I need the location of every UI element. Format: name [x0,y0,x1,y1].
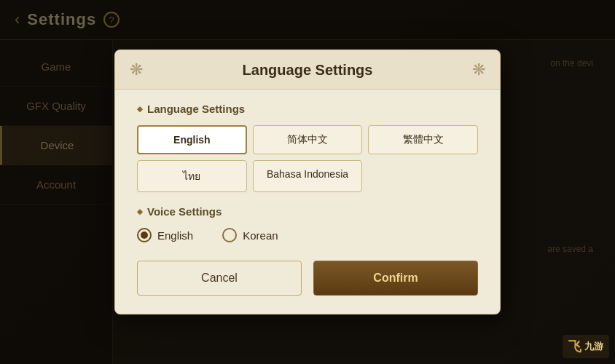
modal-body: Language Settings English 简体中文 繁體中文 ไทย … [115,90,500,250]
language-section-title: Language Settings [137,103,478,115]
language-grid-row1: English 简体中文 繁體中文 [137,125,478,154]
lang-btn-bahasa[interactable]: Bahasa Indonesia [253,160,363,192]
lang-btn-simplified-chinese[interactable]: 简体中文 [253,125,363,154]
voice-section-title: Voice Settings [137,205,478,218]
watermark-logo-icon: 飞 [568,338,581,355]
modal-footer: Cancel Confirm [115,250,500,296]
confirm-button[interactable]: Confirm [313,261,478,296]
radio-english-circle [137,228,152,242]
lang-btn-traditional-chinese[interactable]: 繁體中文 [368,125,478,154]
modal-title: Language Settings [243,62,373,78]
watermark-text: 九游 [584,340,603,353]
voice-english-label: English [157,229,193,242]
lang-btn-thai[interactable]: ไทย [137,160,247,192]
lang-btn-empty [368,160,478,192]
modal-header: ❋ Language Settings ❋ [115,50,500,90]
voice-option-english[interactable]: English [137,228,193,242]
ornament-left-icon: ❋ [130,60,143,79]
cancel-button[interactable]: Cancel [137,261,302,296]
radio-korean-circle [222,228,237,242]
language-grid-row2: ไทย Bahasa Indonesia [137,160,478,192]
ornament-right-icon: ❋ [472,60,485,79]
language-settings-modal: ❋ Language Settings ❋ Language Settings … [114,50,501,314]
watermark: 飞 九游 [563,335,609,358]
voice-options-row: English Korean [137,228,478,242]
lang-btn-english[interactable]: English [137,125,247,154]
voice-option-korean[interactable]: Korean [222,228,278,242]
voice-korean-label: Korean [243,229,278,242]
